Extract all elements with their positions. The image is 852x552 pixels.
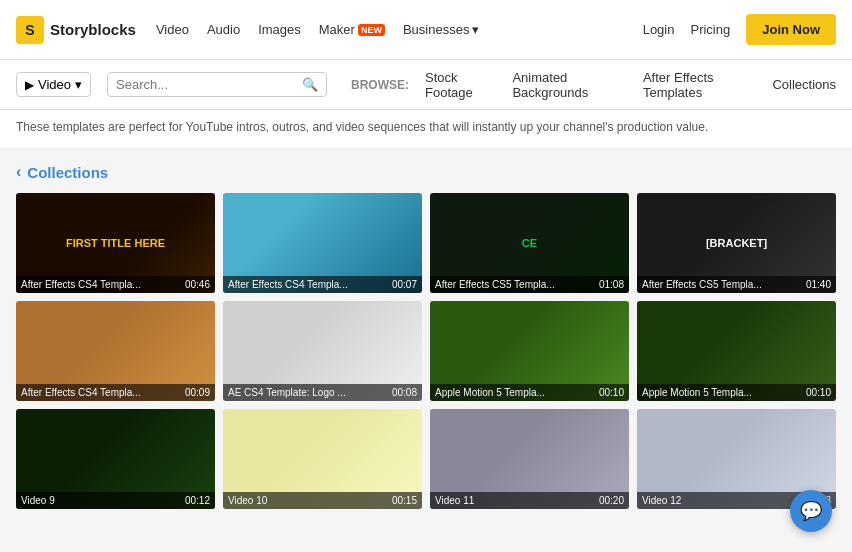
nav-images[interactable]: Images	[258, 22, 301, 37]
header: S Storyblocks Video Audio Images Maker N…	[0, 0, 852, 60]
thumb-duration: 00:15	[392, 495, 417, 506]
browse-animated-bg[interactable]: Animated Backgrounds	[512, 70, 627, 100]
video-thumb[interactable]: Video 10 00:15	[223, 409, 422, 509]
chat-button[interactable]: 💬	[790, 490, 832, 532]
nav-maker-label: Maker	[319, 22, 355, 37]
thumb-title: After Effects CS4 Templa...	[21, 279, 141, 290]
thumb-title: After Effects CS5 Templa...	[435, 279, 555, 290]
thumb-duration: 00:07	[392, 279, 417, 290]
nav-businesses[interactable]: Businesses ▾	[403, 22, 479, 37]
pricing-link[interactable]: Pricing	[690, 22, 730, 37]
video-thumb[interactable]: After Effects CS4 Templa... 00:07	[223, 193, 422, 293]
nav-audio[interactable]: Audio	[207, 22, 240, 37]
logo-text: Storyblocks	[50, 21, 136, 38]
dropdown-label: Video	[38, 77, 71, 92]
thumb-title: After Effects CS4 Templa...	[21, 387, 141, 398]
video-thumb[interactable]: Apple Motion 5 Templa... 00:10	[637, 301, 836, 401]
header-right: Login Pricing Join Now	[643, 14, 836, 45]
logo[interactable]: S Storyblocks	[16, 16, 136, 44]
nav-maker[interactable]: Maker NEW	[319, 22, 385, 37]
search-input[interactable]	[116, 77, 296, 92]
video-icon: ▶	[25, 78, 34, 92]
search-bar: ▶ Video ▾ 🔍 BROWSE: Stock Footage Animat…	[0, 60, 852, 110]
video-thumb[interactable]: Video 9 00:12	[16, 409, 215, 509]
nav-images-label: Images	[258, 22, 301, 37]
thumb-duration: 00:20	[599, 495, 624, 506]
video-grid: FIRST TITLE HERE After Effects CS4 Templ…	[16, 193, 836, 509]
video-thumb[interactable]: After Effects CS4 Templa... 00:09	[16, 301, 215, 401]
nav-audio-label: Audio	[207, 22, 240, 37]
nav-video[interactable]: Video	[156, 22, 189, 37]
search-input-wrap: 🔍	[107, 72, 327, 97]
chat-icon: 💬	[800, 500, 822, 522]
join-now-button[interactable]: Join Now	[746, 14, 836, 45]
video-thumb[interactable]: [BRACKET] After Effects CS5 Templa... 01…	[637, 193, 836, 293]
nav-video-label: Video	[156, 22, 189, 37]
chevron-down-icon: ▾	[472, 22, 479, 37]
thumb-duration: 01:08	[599, 279, 624, 290]
main-nav: Video Audio Images Maker NEW Businesses …	[156, 22, 623, 37]
browse-after-effects[interactable]: After Effects Templates	[643, 70, 756, 100]
thumb-title: Video 11	[435, 495, 474, 506]
thumb-title: Video 10	[228, 495, 267, 506]
sub-description: These templates are perfect for YouTube …	[0, 110, 852, 149]
thumb-title: Apple Motion 5 Templa...	[435, 387, 545, 398]
browse-collections[interactable]: Collections	[772, 77, 836, 92]
browse-label: BROWSE:	[351, 78, 409, 92]
thumb-duration: 00:10	[599, 387, 624, 398]
thumb-duration: 00:12	[185, 495, 210, 506]
thumb-duration: 00:08	[392, 387, 417, 398]
new-badge: NEW	[358, 24, 385, 36]
media-type-dropdown[interactable]: ▶ Video ▾	[16, 72, 91, 97]
thumb-duration: 00:09	[185, 387, 210, 398]
login-link[interactable]: Login	[643, 22, 675, 37]
collections-title[interactable]: Collections	[27, 164, 108, 181]
thumb-title: AE CS4 Template: Logo ...	[228, 387, 346, 398]
video-thumb[interactable]: Video 11 00:20	[430, 409, 629, 509]
dropdown-chevron-icon: ▾	[75, 77, 82, 92]
video-thumb[interactable]: AE CS4 Template: Logo ... 00:08	[223, 301, 422, 401]
thumb-duration: 01:40	[806, 279, 831, 290]
thumb-title: After Effects CS5 Templa...	[642, 279, 762, 290]
thumb-duration: 00:46	[185, 279, 210, 290]
thumb-title: Apple Motion 5 Templa...	[642, 387, 752, 398]
browse-stock-footage[interactable]: Stock Footage	[425, 70, 496, 100]
video-thumb[interactable]: Apple Motion 5 Templa... 00:10	[430, 301, 629, 401]
video-thumb[interactable]: CE After Effects CS5 Templa... 01:08	[430, 193, 629, 293]
nav-businesses-label: Businesses	[403, 22, 469, 37]
main-content: ‹ Collections FIRST TITLE HERE After Eff…	[0, 149, 852, 509]
logo-icon: S	[16, 16, 44, 44]
search-icon: 🔍	[302, 77, 318, 92]
thumb-duration: 00:10	[806, 387, 831, 398]
collections-header: ‹ Collections	[16, 163, 836, 181]
video-thumb[interactable]: FIRST TITLE HERE After Effects CS4 Templ…	[16, 193, 215, 293]
thumb-title: Video 9	[21, 495, 55, 506]
browse-section: BROWSE: Stock Footage Animated Backgroun…	[351, 70, 836, 100]
thumb-title: Video 12	[642, 495, 681, 506]
thumb-title: After Effects CS4 Templa...	[228, 279, 348, 290]
back-button[interactable]: ‹	[16, 163, 21, 181]
